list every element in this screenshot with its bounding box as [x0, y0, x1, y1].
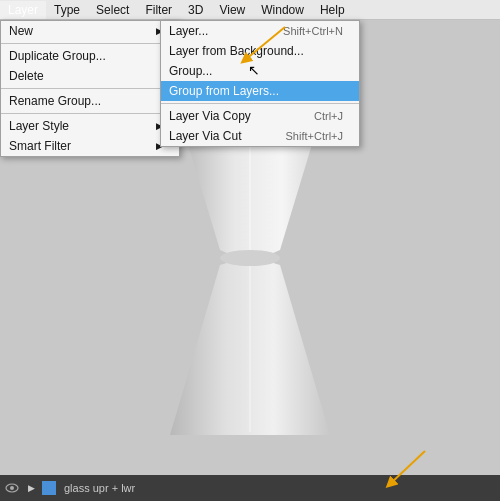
- separator-1: [1, 43, 179, 44]
- menu-item-new[interactable]: New: [1, 21, 179, 41]
- menu-item-rename-group[interactable]: Rename Group...: [1, 91, 179, 111]
- menubar: Layer Type Select Filter 3D View Window …: [0, 0, 500, 20]
- bottom-bar: ▶ glass upr + lwr: [0, 475, 500, 501]
- menu-window[interactable]: Window: [253, 1, 312, 19]
- menu-select[interactable]: Select: [88, 1, 137, 19]
- menu-layer[interactable]: Layer: [0, 1, 46, 19]
- submenu-item-layer[interactable]: Layer... Shift+Ctrl+N: [161, 21, 359, 41]
- visibility-icon[interactable]: [4, 480, 20, 496]
- menu-3d[interactable]: 3D: [180, 1, 211, 19]
- submenu-item-layer-from-bg[interactable]: Layer from Background...: [161, 41, 359, 61]
- menu-item-layer-style[interactable]: Layer Style: [1, 116, 179, 136]
- play-icon[interactable]: ▶: [23, 480, 39, 496]
- svg-point-4: [10, 486, 14, 490]
- menu-filter[interactable]: Filter: [137, 1, 180, 19]
- submenu-item-group[interactable]: Group...: [161, 61, 359, 81]
- svg-point-0: [220, 250, 280, 266]
- separator-3: [1, 113, 179, 114]
- menu-item-smart-filter[interactable]: Smart Filter: [1, 136, 179, 156]
- separator-2: [1, 88, 179, 89]
- menu-help[interactable]: Help: [312, 1, 353, 19]
- menu-type[interactable]: Type: [46, 1, 88, 19]
- layer-dropdown: New Duplicate Group... Delete Rename Gro…: [0, 20, 180, 157]
- submenu-separator: [161, 103, 359, 104]
- menu-item-delete[interactable]: Delete: [1, 66, 179, 86]
- submenu-item-layer-via-cut[interactable]: Layer Via Cut Shift+Ctrl+J: [161, 126, 359, 146]
- submenu-item-layer-via-copy[interactable]: Layer Via Copy Ctrl+J: [161, 106, 359, 126]
- submenu-item-group-from-layers[interactable]: Group from Layers...: [161, 81, 359, 101]
- menu-item-duplicate-group[interactable]: Duplicate Group...: [1, 46, 179, 66]
- canvas-area: Layer Type Select Filter 3D View Window …: [0, 0, 500, 501]
- layer-name: glass upr + lwr: [64, 482, 135, 494]
- menu-view[interactable]: View: [211, 1, 253, 19]
- new-submenu: Layer... Shift+Ctrl+N Layer from Backgro…: [160, 20, 360, 147]
- layer-color-indicator: [42, 481, 56, 495]
